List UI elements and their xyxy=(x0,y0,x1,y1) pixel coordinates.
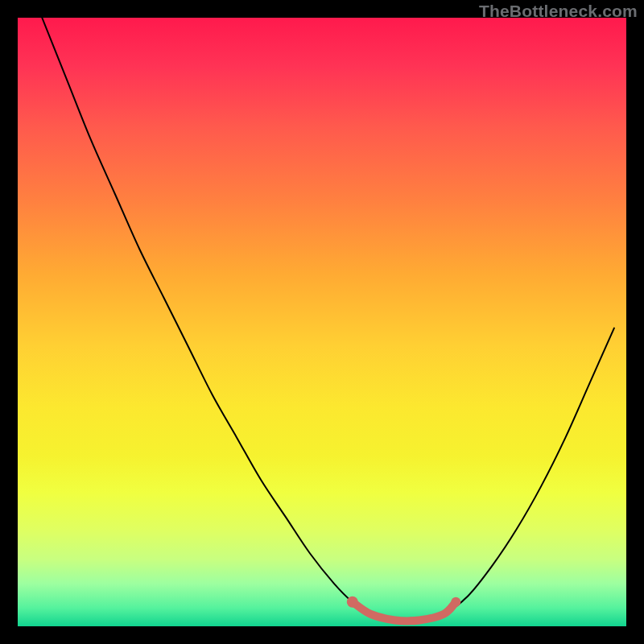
optimal-zone-curve xyxy=(353,602,456,621)
curve-layer xyxy=(18,18,626,626)
chart-container: TheBottleneck.com xyxy=(0,0,644,644)
optimal-zone-start-dot xyxy=(347,597,358,608)
bottleneck-curve xyxy=(42,18,614,621)
attribution-text: TheBottleneck.com xyxy=(479,2,638,21)
optimal-zone-end-dot xyxy=(451,597,460,607)
